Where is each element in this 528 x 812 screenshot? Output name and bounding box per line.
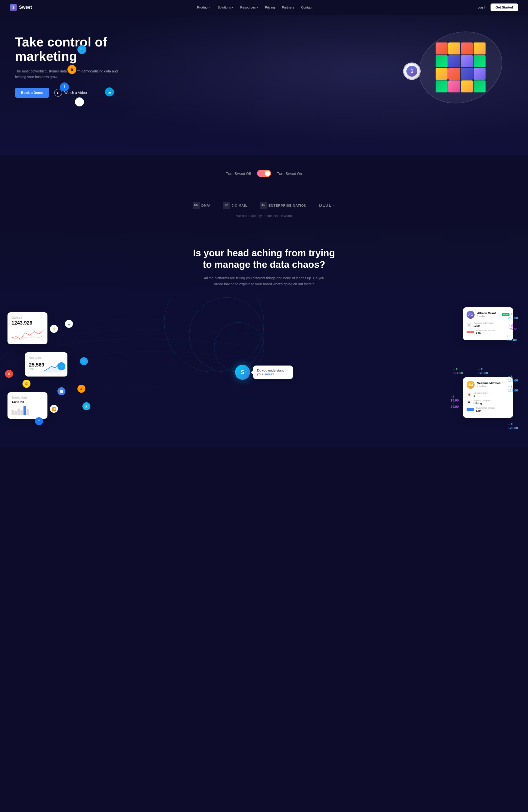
amazon-icon: a [68,65,76,74]
seamus-name: Seamus Mitchell [477,381,500,385]
allison-orders: 1 order [477,315,496,318]
users-title: New Users [29,356,63,359]
logo-blue: BLUE □ [319,203,335,208]
cube [461,68,473,80]
facebook-float-icon: f [35,417,43,425]
cube [473,42,486,55]
cube [461,42,473,55]
facebook-icon: f [60,83,69,91]
existing-title: Existing Users [12,396,43,399]
login-link[interactable]: Log In [478,5,486,9]
cube [436,81,448,92]
allison-header: AG Allison Grant 1 order NEW [467,311,510,319]
chat-highlight: sales? [264,372,274,376]
hero-section: Take control of marketing The most power… [0,15,528,155]
discount-title: Discounts [12,316,43,319]
users-value: 25,569 [29,362,44,368]
cube [436,55,448,67]
category-icon: 🏔 [467,400,472,405]
cube [448,68,460,80]
discount-chart [12,328,43,340]
capsule-logo: S [403,62,421,80]
nav-item-pricing[interactable]: Pricing [265,5,275,9]
order-icon: 🛒 [467,322,472,327]
cube [436,42,448,55]
investment-chart-mini [467,331,474,333]
logo-enterprise-nation: EN Enterprise Nation [260,202,307,209]
cube [448,42,460,55]
google-ads-icon: ▲ [75,98,84,106]
logo-row: DM DM/A JiC JiC Mail EN Enterprise Natio… [10,202,518,209]
users-change: 32% [29,368,44,371]
toggle-off-label: Turn Sweet Off [226,171,251,176]
nav-item-contact[interactable]: Contact [301,5,312,9]
xero-icon: X [83,402,90,410]
nav-item-product[interactable]: Product ▾ [197,5,210,9]
logo-dma: DM DM/A [193,202,210,209]
cube-grid [436,42,486,92]
hero-headline: Take control of marketing [15,35,120,63]
discount-value: 1243.926 [12,320,43,326]
capsule-body [409,20,512,115]
cube [473,81,486,92]
allison-avatar: AG [467,311,474,319]
bars-icon: ||| [57,387,65,395]
twitter-icon: 🐦 [77,45,86,54]
existing-chart [12,406,43,415]
google-ads-float-icon: ▲ [65,320,73,328]
trusted-label: We are trusted by the best in the world [10,214,518,218]
seamus-investment: Investment amount £20 [467,407,510,412]
logo-jicmail: JiC JiC Mail [223,202,248,209]
seamus-units: 📦 Units per order 5 [467,392,510,397]
brand-icon: S [10,4,17,11]
seamus-orders: 4 orders [477,385,500,388]
cube [473,68,486,80]
toggle-section: Turn Sweet Off Turn Sweet On [0,155,528,192]
nav-item-partners[interactable]: Partners [282,5,294,9]
sweet-orb: S [235,365,250,380]
cross-icon: ✕ [5,370,13,378]
toggle-switch[interactable] [257,170,271,177]
allison-card: AG Allison Grant 1 order NEW 🛒 Average o… [463,307,513,340]
cube [473,55,486,67]
nav-actions: Log In Get Started [478,3,518,11]
cube [461,55,473,67]
toggle-knob [265,171,270,176]
twitter-float-icon-1: 🐦 [57,362,65,370]
chat-bubble: Do you understand your sales? [253,365,293,379]
brand-logo[interactable]: S Sweet [10,4,32,11]
watch-video-button[interactable]: ▶ Watch a Video [54,89,87,97]
chaos-section: Is your head aching from trying to manag… [0,228,528,297]
cube [461,81,473,92]
amazon-float-icon: a [77,385,85,393]
hero-visual: S [398,23,513,127]
trusted-section: DM DM/A JiC JiC Mail EN Enterprise Natio… [0,192,528,228]
cube [436,68,448,80]
seamus-invest-chart [467,408,474,411]
navbar: S Sweet Product ▾ Solutions ▾ Resources … [0,0,528,15]
seamus-header: SM Seamus Mitchell 4 orders [467,381,510,389]
seamus-card: SM Seamus Mitchell 4 orders 📦 Units per … [463,377,513,418]
seamus-category: 🏔 Popular category Hiking [467,399,510,405]
twitter-float-icon-2: 🐦 [80,357,88,365]
salesforce-icon: ☁ [105,87,114,97]
chat-section: S Do you understand your sales? [235,365,293,380]
units-icon: 📦 [467,392,472,397]
book-demo-button[interactable]: Book a Demo [15,88,49,98]
allison-name: Allison Grant [477,311,496,315]
allison-investment: Investment amount £20 [467,329,510,335]
nav-item-solutions[interactable]: Solutions ▾ [218,5,233,9]
dashboard-section: Discounts 1243.926 New Users 25,569 32% [0,297,528,447]
discount-card: Discounts 1243.926 [8,312,47,344]
seamus-avatar: SM [467,381,474,389]
existing-users-card: Existing Users 1483.23 [8,392,47,419]
allison-avg-order: 🛒 Average order value £250 [467,322,510,327]
brand-name: Sweet [19,5,32,10]
nav-item-resources[interactable]: Resources ▾ [240,5,258,9]
chaos-subtext: All the platforms are telling you differ… [202,275,326,287]
zap-icon: ⚡ [50,325,58,333]
toggle-on-label: Turn Sweet On [277,171,302,176]
mailchimp-icon: 🐵 [23,380,30,388]
get-started-button[interactable]: Get Started [490,3,518,11]
chaos-headline: Is your head aching from trying to manag… [189,248,339,270]
